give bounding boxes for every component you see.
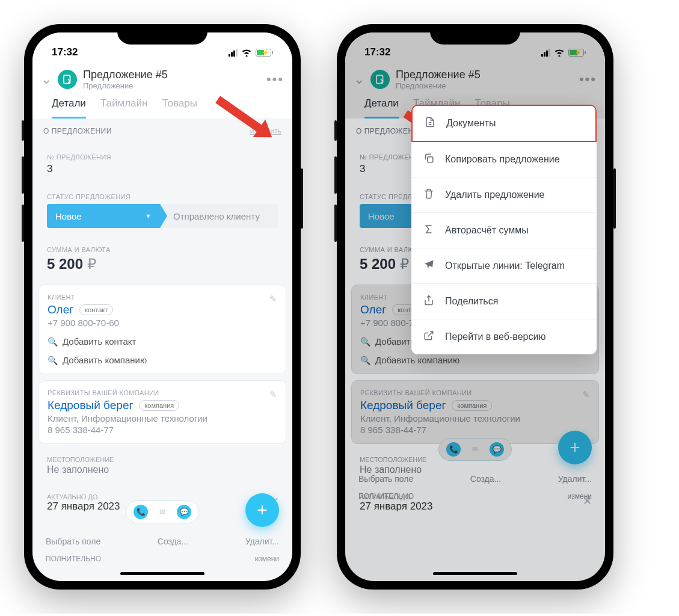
company-card: ✎ РЕКВИЗИТЫ ВАШЕЙ КОМПАНИИ Кедровый бере…	[38, 380, 286, 444]
page-title: Предложение #5	[83, 69, 260, 81]
wifi-icon	[241, 48, 252, 57]
num-value: 3	[47, 163, 278, 175]
client-card: ✎ КЛИЕНТ Олег контакт +7 900 800-70-60 🔍…	[38, 285, 286, 374]
phone-mockup-left: 17:32 ⚡ ⌄ Предложение #5 Предложение •••…	[24, 24, 301, 590]
status-time: 17:32	[52, 46, 78, 58]
company-badge: компания	[139, 400, 179, 411]
sum-icon	[423, 224, 435, 237]
chat-icon[interactable]: 💬	[177, 505, 191, 519]
external-link-icon	[423, 330, 435, 343]
amount-field[interactable]: СУММА И ВАЛЮТА 5 200 ₽	[38, 240, 286, 279]
client-name[interactable]: Олег контакт	[48, 303, 113, 316]
contact-badge: контакт	[79, 304, 113, 315]
num-label: № ПРЕДЛОЖЕНИЯ	[47, 153, 278, 161]
home-indicator	[120, 572, 204, 575]
offer-number-field[interactable]: № ПРЕДЛОЖЕНИЯ 3	[38, 147, 286, 181]
company-desc: Клиент, Информационные технологии	[48, 413, 277, 424]
search-icon: 🔍	[48, 337, 58, 346]
chevron-down-icon: ▼	[145, 212, 152, 220]
company-label: РЕКВИЗИТЫ ВАШЕЙ КОМПАНИИ	[48, 389, 277, 396]
page-header: ⌄ Предложение #5 Предложение ••• Детали …	[32, 65, 292, 119]
document-icon	[425, 117, 437, 130]
fab-add-button[interactable]: +	[245, 493, 279, 527]
phone-icon[interactable]: 📞	[134, 505, 148, 519]
status-bar: 17:32 ⚡	[32, 32, 292, 65]
menu-telegram[interactable]: Открытые линии: Telegram	[411, 248, 597, 284]
screen: 17:32 ⚡ ⌄ Предложение #5 Предложение •••…	[345, 32, 605, 581]
phone-mockup-right: 17:32 ⚡ ⌄ Предложение #5 Предложение •••…	[337, 24, 613, 590]
cellular-icon	[229, 49, 238, 57]
tab-products[interactable]: Товары	[162, 97, 197, 119]
context-menu: Документы Копировать предложение Удалить…	[411, 105, 597, 354]
menu-share[interactable]: Поделиться	[411, 284, 597, 319]
valid-label: АКТУАЛЬНО ДО	[47, 493, 278, 500]
status-label: СТАТУС ПРЕДЛОЖЕНИЯ	[47, 193, 278, 200]
status-sent[interactable]: Отправлено клиенту	[160, 204, 278, 228]
search-icon: 🔍	[48, 356, 58, 365]
add-contact-button[interactable]: 🔍Добавить контакт	[48, 336, 277, 346]
company-phone: 8 965 338-44-77	[48, 425, 277, 435]
menu-delete[interactable]: Удалить предложение	[411, 177, 597, 213]
svg-rect-2	[428, 157, 433, 162]
amount-label: СУММА И ВАЛЮТА	[47, 246, 278, 253]
client-phone: +7 900 800-70-60	[48, 318, 277, 328]
location-field[interactable]: МЕСТОПОЛОЖЕНИЕ Не заполнено	[38, 450, 286, 481]
delete-button[interactable]: Удалит...	[245, 537, 279, 546]
tab-details[interactable]: Детали	[52, 97, 86, 119]
location-value: Не заполнено	[47, 464, 278, 475]
telegram-icon	[423, 259, 435, 273]
add-company-button[interactable]: 🔍Добавить компанию	[48, 355, 277, 365]
bottom-bar: Выбрать поле Созда... Удалит...	[32, 537, 292, 546]
collapse-icon[interactable]: ⌄	[41, 72, 52, 87]
location-label: МЕСТОПОЛОЖЕНИЕ	[47, 456, 278, 463]
battery-icon: ⚡	[256, 49, 273, 57]
share-icon	[423, 295, 435, 308]
status-new[interactable]: Новое▼	[47, 204, 160, 228]
trash-icon	[423, 188, 435, 202]
tab-timeline[interactable]: Таймлайн	[100, 97, 148, 119]
menu-autocalc[interactable]: Авторасчёт суммы	[411, 213, 597, 248]
copy-icon	[423, 153, 435, 166]
menu-documents[interactable]: Документы	[411, 105, 597, 142]
more-menu-button[interactable]: •••	[266, 72, 284, 87]
menu-copy[interactable]: Копировать предложение	[411, 142, 597, 177]
screen: 17:32 ⚡ ⌄ Предложение #5 Предложение •••…	[32, 32, 292, 581]
about-title: О ПРЕДЛОЖЕНИИ	[43, 127, 112, 135]
tabs: Детали Таймлайн Товары	[41, 90, 284, 119]
select-field-button[interactable]: Выбрать поле	[46, 537, 100, 546]
create-button[interactable]: Созда...	[158, 537, 188, 546]
menu-web[interactable]: Перейти в веб-версию	[411, 319, 597, 354]
quick-actions-pill: 📞 ✉ 💬	[126, 500, 199, 523]
client-label: КЛИЕНТ	[48, 294, 277, 301]
amount-value: 5 200 ₽	[47, 256, 278, 273]
mail-icon[interactable]: ✉	[155, 505, 170, 519]
edit-icon[interactable]: ✎	[269, 294, 277, 304]
additional-section: ПОЛНИТЕЛЬНО измени	[32, 555, 292, 563]
page-subtitle: Предложение	[83, 81, 260, 90]
status-field: СТАТУС ПРЕДЛОЖЕНИЯ Новое▼ Отправлено кли…	[38, 187, 286, 234]
offer-icon	[58, 70, 77, 89]
company-name[interactable]: Кедровый берег компания	[48, 399, 179, 412]
edit-icon[interactable]: ✎	[269, 389, 277, 400]
